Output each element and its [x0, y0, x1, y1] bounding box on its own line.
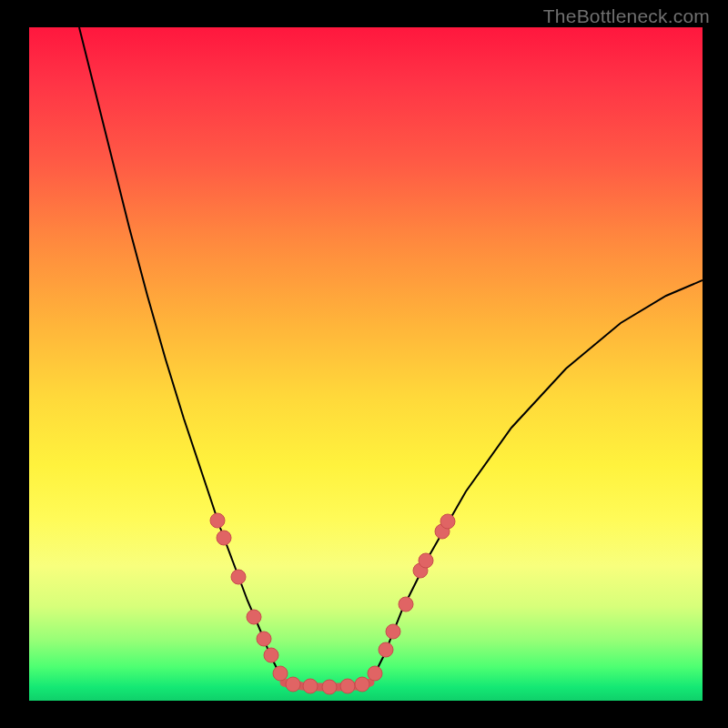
sample-dot [286, 677, 300, 692]
sample-dot [303, 679, 318, 693]
sample-dot [355, 677, 369, 692]
sample-dot [440, 514, 455, 529]
curve-left-branch [79, 27, 284, 682]
sample-dot [399, 597, 413, 612]
sample-dots-group [210, 513, 455, 694]
sample-dot [231, 570, 246, 584]
sample-dot [322, 680, 337, 694]
sample-dot [368, 666, 382, 681]
sample-dot [273, 666, 288, 681]
sample-dot [386, 624, 400, 639]
sample-dot [419, 553, 433, 568]
sample-dot [264, 648, 278, 662]
curve-right-branch [370, 280, 703, 682]
sample-dot [257, 632, 271, 646]
watermark-text: TheBottleneck.com [543, 5, 710, 27]
plot-area [29, 27, 703, 701]
sample-dot [340, 679, 355, 693]
bottleneck-curve-svg [29, 27, 703, 701]
sample-dot [217, 531, 231, 545]
sample-dot [247, 610, 261, 624]
sample-dot [210, 513, 225, 528]
sample-dot [379, 642, 393, 657]
chart-frame: TheBottleneck.com [0, 0, 728, 728]
